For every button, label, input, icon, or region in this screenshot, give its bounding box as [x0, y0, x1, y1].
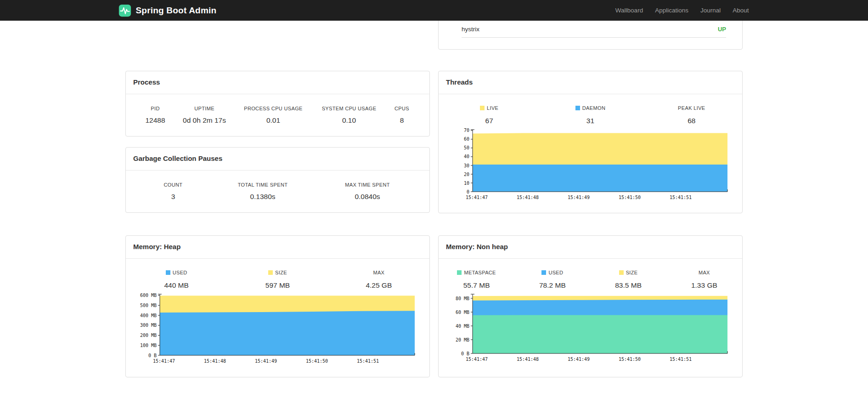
metric-label: MAX TIME SPENT [316, 182, 419, 188]
navbar-inner: Spring Boot Admin Wallboard Applications… [118, 0, 750, 21]
svg-text:0 B: 0 B [461, 351, 469, 356]
navbar-menu: Wallboard Applications Journal About [609, 7, 750, 14]
svg-text:15:41:50: 15:41:50 [619, 195, 641, 200]
legend-value: 1.33 GB [666, 281, 742, 290]
metric-value: 12488 [137, 116, 174, 125]
legend-label: USED [548, 270, 563, 275]
svg-text:15:41:50: 15:41:50 [306, 359, 328, 364]
svg-text:300 MB: 300 MB [140, 323, 157, 328]
service-row-hystrix[interactable]: hystrix UP [462, 21, 726, 38]
nav-item-about[interactable]: About [727, 7, 750, 14]
legend-value: 31 [540, 117, 641, 125]
svg-text:15:41:49: 15:41:49 [568, 195, 590, 200]
legend-used: USED 78.2 MB [514, 270, 590, 290]
memory-heap-panel: Memory: Heap USED 440 MB SIZE 597 MB MAX… [125, 235, 430, 377]
memory-nonheap-legend: METASPACE 55.7 MB USED 78.2 MB SIZE 83.5… [439, 270, 742, 290]
legend-size: SIZE 597 MB [227, 270, 328, 290]
svg-text:80 MB: 80 MB [456, 296, 469, 301]
svg-text:40 MB: 40 MB [456, 324, 469, 329]
memory-heap-chart: 0 B100 MB200 MB300 MB400 MB500 MB600 MB1… [132, 291, 422, 366]
legend-value: 4.25 GB [328, 281, 429, 290]
metric-gc-max-time: MAX TIME SPENT 0.0840s [316, 182, 419, 201]
threads-panel-title: Threads [439, 71, 742, 94]
svg-text:15:41:51: 15:41:51 [357, 359, 379, 364]
metric-gc-count: COUNT 3 [137, 182, 209, 201]
memory-heap-legend: USED 440 MB SIZE 597 MB MAX 4.25 GB [126, 270, 429, 290]
brand-title: Spring Boot Admin [136, 6, 217, 16]
legend-value: 55.7 MB [439, 281, 514, 290]
svg-text:40: 40 [464, 154, 469, 159]
svg-text:50: 50 [464, 145, 469, 150]
metric-system-cpu: SYSTEM CPU USAGE 0.10 [311, 106, 387, 125]
metric-value: 3 [137, 193, 209, 201]
svg-text:15:41:51: 15:41:51 [670, 195, 692, 200]
legend-value: 78.2 MB [514, 281, 590, 290]
size-legend-swatch-icon [268, 270, 273, 275]
nav-item-wallboard[interactable]: Wallboard [609, 7, 649, 14]
nav-item-journal[interactable]: Journal [694, 7, 727, 14]
legend-label: LIVE [487, 105, 498, 111]
navbar: Spring Boot Admin Wallboard Applications… [0, 0, 868, 21]
legend-label: METASPACE [464, 270, 496, 275]
svg-text:60: 60 [464, 137, 469, 142]
threads-legend: LIVE 67 DAEMON 31 PEAK LIVE 68 [439, 105, 742, 125]
right-column: hystrix UP Threads LIVE 67 DAEMON 31 [438, 21, 743, 377]
service-name: hystrix [462, 26, 479, 33]
threads-chart: 01020304050607015:41:4715:41:4815:41:491… [445, 127, 734, 203]
legend-label: SIZE [275, 270, 287, 275]
metric-label: UPTIME [174, 106, 235, 111]
svg-text:30: 30 [464, 163, 469, 168]
service-status-badge: UP [718, 26, 726, 33]
metric-label: COUNT [137, 182, 209, 188]
size-legend-swatch-icon [619, 270, 624, 275]
main-content: Process PID 12488 UPTIME 0d 0h 2m 17s PR… [125, 0, 743, 377]
legend-metaspace: METASPACE 55.7 MB [439, 270, 514, 290]
services-panel-spacer [439, 38, 742, 49]
memory-heap-panel-title: Memory: Heap [126, 236, 429, 259]
metric-label: PROCESS CPU USAGE [235, 106, 311, 111]
metric-value: 0.10 [311, 116, 387, 125]
nav-item-applications[interactable]: Applications [649, 7, 694, 14]
memory-nonheap-chart: 0 B20 MB40 MB60 MB80 MB15:41:4715:41:481… [445, 291, 734, 364]
legend-value: 83.5 MB [591, 281, 666, 290]
svg-text:100 MB: 100 MB [140, 343, 157, 348]
left-column: Process PID 12488 UPTIME 0d 0h 2m 17s PR… [125, 21, 430, 377]
svg-text:20 MB: 20 MB [456, 337, 469, 342]
metric-cpus: CPUS 8 [387, 106, 417, 125]
legend-value: 68 [641, 117, 742, 125]
brand[interactable]: Spring Boot Admin [118, 4, 217, 17]
metric-value: 0.1380s [209, 193, 316, 201]
svg-text:15:41:47: 15:41:47 [466, 357, 488, 362]
svg-text:400 MB: 400 MB [140, 313, 157, 318]
live-legend-swatch-icon [480, 106, 485, 110]
svg-text:20: 20 [464, 172, 469, 177]
legend-daemon: DAEMON 31 [540, 105, 641, 125]
process-panel-title: Process [126, 71, 429, 94]
metric-label: SYSTEM CPU USAGE [311, 106, 387, 111]
svg-text:15:41:47: 15:41:47 [153, 359, 175, 364]
legend-value: 440 MB [126, 281, 227, 290]
legend-used: USED 440 MB [126, 270, 227, 290]
legend-max: MAX 4.25 GB [328, 270, 429, 290]
svg-text:500 MB: 500 MB [140, 303, 157, 308]
svg-text:15:41:51: 15:41:51 [670, 357, 692, 362]
used-legend-swatch-icon [541, 270, 546, 275]
svg-text:200 MB: 200 MB [140, 333, 157, 338]
svg-text:15:41:48: 15:41:48 [517, 195, 539, 200]
metric-label: PID [137, 106, 174, 111]
svg-text:15:41:49: 15:41:49 [568, 357, 590, 362]
legend-label: DAEMON [582, 105, 605, 111]
metaspace-legend-swatch-icon [457, 270, 462, 275]
legend-size: SIZE 83.5 MB [591, 270, 666, 290]
legend-max: MAX 1.33 GB [666, 270, 742, 290]
metric-value: 0.01 [235, 116, 311, 125]
svg-text:600 MB: 600 MB [140, 293, 157, 298]
legend-live: LIVE 67 [439, 105, 540, 125]
brand-logo-icon [118, 4, 131, 17]
gc-panel: Garbage Collection Pauses COUNT 3 TOTAL … [125, 147, 430, 213]
daemon-legend-swatch-icon [575, 106, 580, 110]
metric-value: 8 [387, 116, 417, 125]
legend-peak-live: PEAK LIVE 68 [641, 105, 742, 125]
threads-panel: Threads LIVE 67 DAEMON 31 PEAK LIVE 68 [438, 71, 743, 213]
svg-text:0: 0 [467, 189, 469, 194]
